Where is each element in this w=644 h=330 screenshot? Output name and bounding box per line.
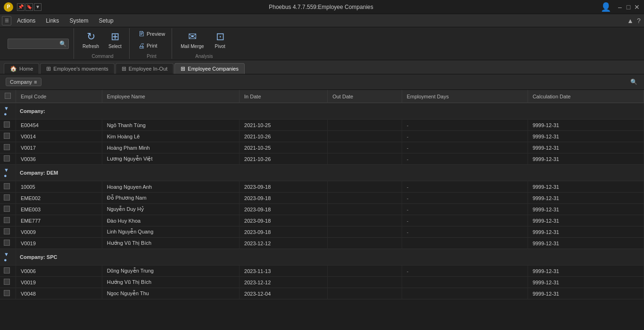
maximize-button[interactable]: □ [625,4,632,10]
cell-calculation-date: 9999-12-31 [528,181,644,193]
table-row[interactable]: EME003 Nguyễn Duy Hỷ 2023-09-18 - 9999-1… [0,204,644,215]
row-checkbox[interactable] [4,279,10,285]
table-row[interactable]: V0019 Hướng Vũ Thị Bích 2023-12-12 9999-… [0,277,644,288]
app-logo: P [4,2,13,12]
table-row[interactable]: E00454 Ngô Thanh Tùng 2021-10-25 - 9999-… [0,120,644,131]
row-checkbox[interactable] [4,183,10,189]
print-button[interactable]: 🖨 Print [135,40,168,51]
table-row[interactable]: V0019 Hướng Vũ Thị Bích 2023-12-12 9999-… [0,238,644,249]
row-checkbox[interactable] [4,290,10,296]
cell-employment-days [402,288,528,299]
command-label: Command [91,54,113,59]
tab-home[interactable]: 🏠 Home [4,63,39,74]
print-icon: 🖨 [138,42,145,49]
table-row[interactable]: 10005 Hoang Nguyen Anh 2023-09-18 - 9999… [0,181,644,193]
menu-links[interactable]: Links [41,16,64,25]
cell-in-date: 2023-09-18 [239,193,328,204]
mail-merge-button[interactable]: ✉ Mail Merge [178,29,206,51]
cell-empl-code: E00454 [16,120,102,131]
menu-system[interactable]: System [65,16,93,25]
cell-out-date [328,288,402,299]
row-checkbox[interactable] [4,194,10,201]
col-header-out-date: Out Date [328,90,402,103]
app-menu-icon[interactable]: ☰ [2,16,11,25]
cell-out-date [328,238,402,249]
row-check-cell [0,131,16,142]
col-header-employee-name: Employee Name [102,90,239,103]
cell-employee-name: Dũng Nguyễn Trung [102,266,239,277]
cell-calculation-date: 9999-12-31 [528,226,644,238]
table-row[interactable]: EME002 Đỗ Phương Nam 2023-09-18 - 9999-1… [0,193,644,204]
group-check-cell: ▼ ● [0,249,16,266]
filter-bar: Company ≡ 🔍 [0,74,644,90]
close-button[interactable]: ✕ [634,4,640,10]
row-checkbox[interactable] [4,267,10,274]
filter-search-button[interactable]: 🔍 [629,77,638,87]
menu-actions[interactable]: Actions [12,16,40,25]
row-checkbox[interactable] [4,155,10,161]
preview-button[interactable]: 🖹 Preview [135,29,168,39]
cell-calculation-date: 9999-12-31 [528,204,644,215]
cell-employee-name: Hướng Vũ Thị Bích [102,277,239,288]
toolbar-collapse[interactable]: ▲ [627,17,634,24]
search-input[interactable] [10,41,59,47]
cell-employment-days: - [402,181,528,193]
cell-empl-code: EME002 [16,193,102,204]
menu-setup[interactable]: Setup [94,16,118,25]
row-check-cell [0,266,16,277]
minimize-button[interactable]: – [617,4,623,10]
bookmark-btn[interactable]: 🔖 [25,3,33,11]
group-chevron-icon[interactable]: ▼ [4,251,9,257]
tab-companies[interactable]: ⊞ Employee Companies [174,63,245,74]
select-label: Select [108,44,122,49]
table-row[interactable]: EME777 Đào Huy Khoa 2023-09-18 - 9999-12… [0,215,644,226]
table-row[interactable]: V0014 Kim Hoàng Lê 2021-10-26 - 9999-12-… [0,131,644,142]
pivot-icon: ⊡ [216,31,224,43]
group-chevron-icon[interactable]: ▼ [4,167,9,173]
pivot-button[interactable]: ⊡ Pivot [210,29,231,51]
group-check-cell: ▼ ● [0,103,16,120]
cell-employee-name: Nguyễn Duy Hỷ [102,204,239,215]
cell-employee-name: Đào Huy Khoa [102,215,239,226]
cell-employee-name: Linh Nguyễn Quang [102,226,239,238]
select-icon: ⊞ [111,31,119,43]
row-checkbox[interactable] [4,217,10,223]
cell-in-date: 2023-09-18 [239,226,328,238]
row-checkbox[interactable] [4,228,10,234]
col-header-calculation-date: Calculation Date [528,90,644,103]
filter-company-tag[interactable]: Company ≡ [6,78,41,86]
cell-empl-code: V0048 [16,288,102,299]
tab-movements-label: Employee's movements [53,66,108,72]
table-row[interactable]: V0017 Hoàng Pham Minh 2021-10-25 - 9999-… [0,142,644,153]
col-header-employment-days: Employment Days [402,90,528,103]
row-checkbox[interactable] [4,121,10,128]
table-row[interactable]: V0006 Dũng Nguyễn Trung 2023-11-13 - 999… [0,266,644,277]
data-table: Empl Code Employee Name In Date Out Date… [0,90,644,330]
table-row[interactable]: V0048 Ngoc Nguyễn Thu 2023-12-04 9999-12… [0,288,644,299]
toolbar-search[interactable]: 🔍 [8,39,69,49]
row-checkbox[interactable] [4,133,10,139]
dropdown-btn[interactable]: ▼ [34,3,41,11]
select-all-checkbox[interactable] [5,93,11,99]
refresh-button[interactable]: ↻ Refresh [80,29,102,51]
group-bullet-icon: ● [4,173,7,178]
help-btn[interactable]: ? [636,17,642,24]
row-checkbox[interactable] [4,240,10,246]
tab-movements[interactable]: ⊞ Employee's movements [40,63,114,74]
cell-calculation-date: 9999-12-31 [528,266,644,277]
row-checkbox[interactable] [4,144,10,150]
tab-inout[interactable]: ⊞ Employee In-Out [116,63,174,74]
cell-in-date: 2023-11-13 [239,266,328,277]
table-row[interactable]: V0009 Linh Nguyễn Quang 2023-09-18 - 999… [0,226,644,238]
pin-btn[interactable]: 📌 [17,3,25,11]
main-content: Company ≡ 🔍 Empl Code Employee Name In D… [0,74,644,330]
cell-calculation-date: 9999-12-31 [528,142,644,153]
row-checkbox[interactable] [4,206,10,212]
group-chevron-icon[interactable]: ▼ [4,105,9,111]
analysis-section: ✉ Mail Merge ⊡ Pivot Analysis [174,28,234,59]
select-button[interactable]: ⊞ Select [105,29,125,51]
table-row[interactable]: V0036 Lương Nguyễn Việt 2021-10-26 - 999… [0,153,644,165]
cell-empl-code: 10005 [16,181,102,193]
user-icon[interactable]: 👤 [601,2,611,12]
row-check-cell [0,215,16,226]
